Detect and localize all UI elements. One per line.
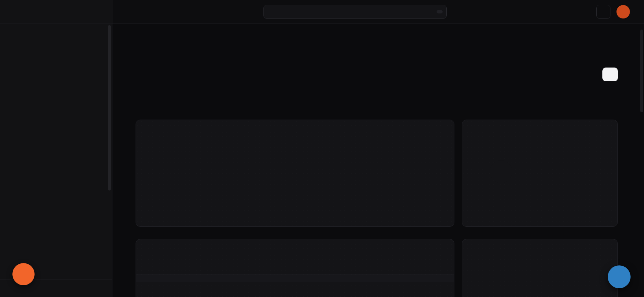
main-content <box>112 24 644 297</box>
search-box[interactable] <box>263 5 447 19</box>
billing-card <box>462 239 618 297</box>
spend-area-chart <box>145 136 445 220</box>
bottom-cards-row <box>136 239 618 297</box>
instances-table-header <box>136 258 454 275</box>
spend-by-type-body <box>472 133 608 192</box>
spend-card <box>136 120 454 227</box>
search-shortcut-badge <box>437 10 443 13</box>
api-status <box>584 10 590 13</box>
topbar-actions <box>584 5 644 19</box>
avatar[interactable] <box>616 5 630 18</box>
page-header-text <box>136 63 141 70</box>
table-row[interactable] <box>136 275 454 282</box>
spend-donut-chart <box>481 152 521 192</box>
page-header <box>136 63 618 81</box>
new-resource-button[interactable] <box>602 68 618 81</box>
search-input[interactable] <box>272 9 433 15</box>
instances-card <box>136 239 454 297</box>
cards-row <box>136 120 618 227</box>
topbar <box>112 0 644 24</box>
theme-toggle-button[interactable] <box>596 5 610 19</box>
chat-fab[interactable] <box>608 265 631 288</box>
donut-column <box>472 133 530 192</box>
billing-row <box>472 257 608 259</box>
workspace-status <box>136 68 141 70</box>
sidebar <box>0 0 112 297</box>
brand-logo <box>0 0 112 24</box>
sidebar-nav <box>0 24 112 280</box>
divider <box>136 102 618 102</box>
accessibility-fab[interactable] <box>12 263 35 285</box>
sidebar-scrollbar-thumb[interactable] <box>108 25 111 190</box>
instances-card-head <box>136 239 454 258</box>
spend-by-type-card <box>462 120 618 227</box>
api-status-dot <box>584 10 587 13</box>
page-scrollbar-thumb[interactable] <box>640 30 643 112</box>
breadcrumb <box>136 38 618 45</box>
spend-legend <box>530 133 608 192</box>
status-dot <box>136 68 138 70</box>
